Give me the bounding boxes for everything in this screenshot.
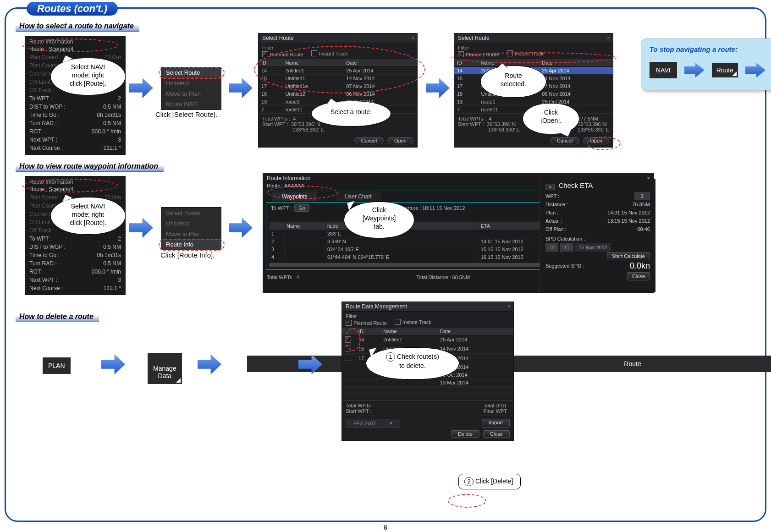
open-button[interactable]: Open <box>387 137 413 144</box>
cancel-button[interactable]: Cancel <box>354 137 384 144</box>
checkbox-instant[interactable] <box>395 319 401 325</box>
row-checkbox[interactable] <box>345 345 351 351</box>
delete-button[interactable]: Delete <box>451 430 479 438</box>
planned-label: Planned Route <box>270 52 303 57</box>
check-eta-panel: > Check ETA WPT :2 Distance :76.8NM Plan… <box>540 179 655 292</box>
table-row[interactable]: 142ntitled125 Apr 2014 <box>259 67 417 75</box>
collapse-icon[interactable]: > <box>545 184 555 190</box>
arrow-icon <box>745 63 765 77</box>
rot-l: ROT: <box>29 127 42 136</box>
stop-title: To stop navigating a route: <box>650 45 771 53</box>
callout-select-a-route-text: Select a route. <box>330 108 372 115</box>
eta-plan-v: 14:01 15 Nov 2012 <box>607 208 650 217</box>
to-wpt-v: 2 <box>118 235 121 243</box>
table-row[interactable]: 16Untitled206 Nov 2014 <box>259 90 417 98</box>
close-icon[interactable]: × <box>411 35 414 41</box>
filter-row: Filter Planned Route Instant Track <box>342 312 513 328</box>
callout-click-delete: 2Click [Delete]. <box>458 474 521 489</box>
to-wpt-l: To WPT : <box>29 235 52 243</box>
ctx-item-move-to-plan[interactable]: Move to Plan <box>161 88 221 99</box>
ncourse-l: Next Course : <box>29 144 63 152</box>
spd-date[interactable]: 15 Nov 2012 <box>575 243 611 252</box>
total-dist-l: Total DIST : <box>484 403 510 408</box>
select-route-dialog-1[interactable]: Select Route× Filter Planned Route Insta… <box>258 33 418 148</box>
dist-wop-l: DIST to WOP : <box>29 103 66 111</box>
context-menu-1[interactable]: Select Route Unselect Move to Plan Route… <box>161 67 221 110</box>
instant-label: Instant Track <box>319 51 348 56</box>
ctx-item-route-info[interactable]: Route Info <box>161 239 221 250</box>
checkbox-instant[interactable] <box>507 50 513 56</box>
filter-label: Filter <box>262 45 413 50</box>
ttg-l: Time to Go : <box>29 111 60 119</box>
ctx-item-unselect[interactable]: Unselect <box>161 78 221 88</box>
ctx-item-move-to-plan[interactable]: Move to Plan <box>161 229 221 239</box>
spd-hour[interactable]: 10 <box>545 243 558 252</box>
col-chk <box>342 328 356 335</box>
col-id: ID <box>356 328 380 335</box>
tab-waypoints[interactable]: Waypoints <box>272 192 317 201</box>
eta-spd-l: SPD Calculation : <box>545 236 650 241</box>
callout-click-open: Click [Open]. <box>523 103 579 134</box>
towpt-label: To WPT : <box>271 205 292 211</box>
table-row[interactable]: 13 Mar 2014 <box>342 379 513 387</box>
stop-navigating-box: To stop navigating a route: NAVI Route U… <box>641 38 771 90</box>
instant-label: Instant Track <box>402 319 431 325</box>
table-row[interactable] <box>342 398 513 400</box>
ctx-item-select-route[interactable]: Select Route <box>161 208 221 218</box>
close-button[interactable]: Close <box>483 430 510 438</box>
table-row[interactable]: 13route128 Oct 2014 <box>454 98 613 106</box>
close-button[interactable]: Close <box>627 272 650 280</box>
route-button[interactable]: Route <box>712 63 738 77</box>
ch-limit-l: CH Limit : <box>29 218 54 226</box>
dialog-title: Route Data Management× <box>342 302 513 312</box>
checkbox-planned[interactable] <box>458 51 464 57</box>
col-name: Name <box>282 59 343 67</box>
callout-click-open-text: Click [Open]. <box>540 109 562 124</box>
ttg-v: 0h 1m31s <box>97 111 121 119</box>
go-button[interactable]: Go <box>294 204 309 212</box>
manage-data-button[interactable]: Manage Data <box>148 353 182 384</box>
planned-label: Planned Route <box>466 52 499 57</box>
departure-v: 10:11 15 Nov 2012 <box>422 205 465 211</box>
checkbox-planned[interactable] <box>346 320 352 326</box>
submenu-icon <box>732 71 737 76</box>
plan-speed-l: Plan Speed : <box>29 53 61 61</box>
caption-click-route-info: Click [Route Info]. <box>160 251 215 259</box>
eta-act-l: Actual : <box>545 217 562 225</box>
close-icon[interactable]: × <box>507 303 511 310</box>
col-id: ID <box>259 59 282 67</box>
col-name: Name <box>380 328 437 335</box>
callout-route-selected: Route selected. <box>480 66 546 98</box>
to-wpt-v: 2 <box>118 94 121 103</box>
ctx-item-route-info[interactable]: Route INFO <box>161 99 221 110</box>
device-select[interactable]: FEA-2x07▾ <box>346 419 400 428</box>
check-eta-title: Check ETA <box>558 181 593 189</box>
context-menu-2[interactable]: Select Route Unselect Move to Plan Route… <box>161 207 221 250</box>
eta-dist-l: Distance : <box>545 200 568 208</box>
table-row[interactable]: 17Untitled1e07 Nov 2014 <box>259 82 417 90</box>
col-date: Date <box>343 59 417 67</box>
rot-v: 000.0 ° /min <box>92 268 121 276</box>
checkbox-instant[interactable] <box>311 50 317 56</box>
row-checkbox[interactable] <box>345 355 351 361</box>
navi-button[interactable]: NAVI <box>650 62 677 78</box>
spd-min[interactable]: 11 <box>560 243 573 252</box>
page: Routes (con't.) 6 How to select a route … <box>0 0 771 532</box>
ctx-item-select-route[interactable]: Select Route <box>161 67 221 78</box>
plan-button[interactable]: PLAN <box>43 357 71 374</box>
close-icon[interactable]: × <box>607 35 610 41</box>
ctx-item-unselect[interactable]: Unselect <box>161 218 221 229</box>
callout-check-routes-text: Check route(s) to delete. <box>397 353 439 369</box>
total-wpts-l: Total WPTs : <box>346 403 374 408</box>
filter-label: Filter <box>346 313 510 319</box>
dialog-title: Select Route× <box>454 33 613 43</box>
row-checkbox[interactable] <box>345 336 351 343</box>
checkbox-planned[interactable] <box>262 51 268 57</box>
open-button[interactable]: Open <box>583 137 609 144</box>
col-date: Date <box>437 328 513 335</box>
off-track-l: Off Track : <box>29 226 55 235</box>
dist-wop-v: 0.5 NM <box>103 103 121 111</box>
table-row[interactable]: 15Untitled114 Nov 2014 <box>259 75 417 82</box>
import-button[interactable]: Import <box>482 419 510 428</box>
start-calculate-button[interactable]: Start Calculate <box>607 252 650 260</box>
